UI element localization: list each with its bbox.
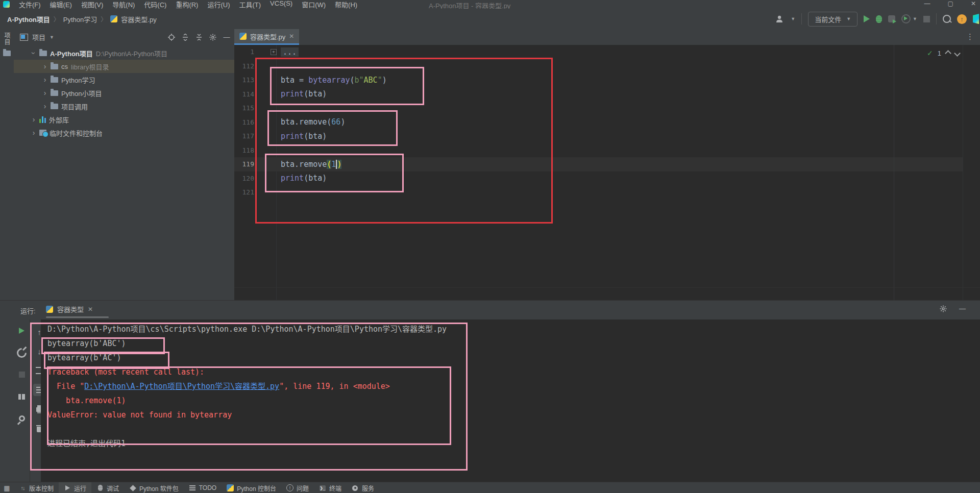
locate-file-icon[interactable] [168, 34, 175, 41]
tab-close-icon[interactable]: ✕ [289, 33, 294, 40]
code-line-117[interactable]: 117print(bta) [234, 129, 980, 143]
menu-item-1[interactable]: 编辑(E) [45, 0, 77, 9]
code-line-121[interactable]: 121 [234, 185, 980, 200]
next-problem-icon[interactable] [954, 50, 961, 57]
search-everywhere-icon[interactable] [943, 15, 951, 23]
code-line-113[interactable]: 113bta = bytearray(b"ABC") [234, 73, 980, 87]
editor-body[interactable]: 1+...112113bta = bytearray(b"ABC")114pri… [234, 45, 980, 300]
tree-chevron-icon[interactable]: › [42, 89, 47, 97]
inspection-count: 1 [938, 50, 941, 57]
code-line-118[interactable]: 118 [234, 143, 980, 158]
menu-item-2[interactable]: 视图(V) [77, 0, 108, 9]
status-item-terminal[interactable]: ❯_终端 [314, 482, 347, 493]
services-glyph [352, 485, 358, 491]
prev-problem-icon[interactable] [945, 50, 951, 57]
status-item-problems[interactable]: !问题 [281, 482, 314, 493]
edit-config-wrench-icon[interactable] [16, 347, 28, 359]
menu-item-5[interactable]: 重构(R) [171, 0, 203, 9]
menu-bar: 文件(F)编辑(E)视图(V)导航(N)代码(C)重构(R)运行(U)工具(T)… [0, 0, 980, 9]
status-item-run[interactable]: 运行 [59, 482, 91, 493]
hide-panel-icon[interactable]: — [223, 34, 230, 41]
console-segment: Traceback (most recent call last): [47, 367, 204, 377]
menu-item-0[interactable]: 文件(F) [14, 0, 45, 9]
run-config-selector[interactable]: 当前文件 ▼ [808, 12, 857, 27]
tab-options-icon[interactable]: ⋮ [966, 32, 974, 41]
close-icon[interactable]: ✕ [971, 0, 976, 7]
tree-row-0[interactable]: ›A-Python项目D:\Python\A-Python项目 [14, 46, 234, 60]
stop-button[interactable] [923, 16, 930, 22]
maximize-icon[interactable]: ▢ [948, 0, 953, 7]
editor-tab-active[interactable]: 容器类型.py ✕ [234, 29, 299, 45]
tool-windows-grid-icon[interactable]: ▦ [0, 484, 14, 492]
tree-chevron-icon[interactable]: › [31, 115, 36, 124]
ide-promo-icon[interactable] [973, 14, 979, 24]
stacktrace-link[interactable]: D:\Python\A-Python项目\Python学习\容器类型.py [84, 382, 279, 391]
run-tab-close-icon[interactable]: ✕ [88, 306, 93, 313]
tree-row-1[interactable]: ›cslibrary根目录 [14, 60, 234, 73]
tree-row-2[interactable]: ›Python学习 [14, 73, 234, 86]
tree-row-6[interactable]: ›临时文件和控制台 [14, 126, 234, 139]
breadcrumb-file[interactable]: 容器类型.py [121, 14, 156, 24]
restore-layout-icon[interactable] [16, 390, 28, 403]
run-tab[interactable]: 容器类型 ✕ [46, 304, 93, 314]
status-item-debug[interactable]: 调试 [91, 482, 124, 493]
tree-chevron-icon[interactable]: › [42, 76, 47, 84]
tree-chevron-icon[interactable]: › [30, 51, 38, 56]
tool-stripe-project[interactable]: 项目 [3, 32, 11, 45]
status-item-vcs[interactable]: ↑↓版本控制 [14, 482, 59, 493]
menu-item-6[interactable]: 运行(U) [203, 0, 234, 9]
code-line-112[interactable]: 112 [234, 59, 980, 73]
code-line-120[interactable]: 120print(bta) [234, 171, 980, 186]
breadcrumb-project[interactable]: A-Python项目 [7, 14, 50, 24]
todo-glyph [189, 485, 195, 490]
menu-item-7[interactable]: 工具(T) [234, 0, 265, 9]
gear-icon[interactable] [209, 34, 216, 41]
code-line-115[interactable]: 115 [234, 101, 980, 115]
problems-icon: ! [286, 484, 293, 491]
tree-chevron-icon[interactable]: › [42, 102, 47, 110]
console-line-5: bta.remove(1) [41, 393, 980, 408]
gear-icon[interactable] [940, 305, 947, 312]
minimize-icon[interactable]: — [924, 0, 930, 7]
update-icon[interactable]: ↑ [957, 14, 967, 24]
pin-tab-icon[interactable] [16, 412, 28, 425]
menu-item-10[interactable]: 帮助(H) [330, 0, 362, 9]
menu-item-4[interactable]: 代码(C) [139, 0, 171, 9]
user-dropdown-icon[interactable]: ▼ [791, 16, 795, 21]
profiler-button[interactable] [888, 15, 895, 22]
inspection-widget[interactable]: ✓ 1 [927, 49, 960, 57]
tree-item-label: 临时文件和控制台 [50, 128, 103, 138]
expand-all-icon[interactable] [182, 34, 189, 41]
code-line-119[interactable]: 119bta.remove(1) [234, 157, 963, 171]
status-item-services[interactable]: 服务 [347, 482, 379, 493]
run-button[interactable] [864, 15, 870, 22]
fold-icon[interactable]: + [271, 49, 277, 55]
menu-item-8[interactable]: VCS(S) [265, 0, 297, 9]
tree-row-3[interactable]: ›Python小项目 [14, 86, 234, 100]
breadcrumb-folder[interactable]: Python学习 [63, 14, 97, 24]
rerun-button[interactable] [16, 325, 28, 337]
code-line-116[interactable]: 116bta.remove(66) [234, 115, 980, 130]
code-line-1[interactable]: 1+... [234, 45, 980, 59]
tree-row-4[interactable]: ›项目调用 [14, 100, 234, 113]
tree-row-5[interactable]: ›外部库 [14, 113, 234, 126]
status-item-python[interactable]: Python 控制台 [222, 482, 281, 493]
console-output[interactable]: D:\Python\A-Python项目\cs\Scripts\python.e… [41, 319, 980, 482]
status-item-packages[interactable]: Python 软件包 [124, 482, 184, 493]
collapse-all-icon[interactable] [195, 34, 203, 41]
console-line-8: 进程已结束,退出代码1 [41, 436, 980, 451]
menu-item-9[interactable]: 窗口(W) [297, 0, 330, 9]
coverage-dropdown-icon[interactable]: ▼ [913, 16, 917, 21]
debug-button[interactable] [876, 15, 882, 23]
tree-chevron-icon[interactable]: › [42, 62, 47, 70]
code-line-114[interactable]: 114print(bta) [234, 87, 980, 102]
hide-panel-icon[interactable]: — [959, 305, 966, 312]
folder-icon[interactable] [3, 51, 11, 56]
line-number: 121 [234, 188, 254, 196]
status-item-todo[interactable]: TODO [184, 482, 222, 493]
user-icon[interactable] [775, 15, 785, 23]
run-coverage-button[interactable] [901, 14, 911, 23]
chevron-down-icon[interactable]: ▼ [50, 35, 54, 40]
tree-chevron-icon[interactable]: › [31, 129, 36, 137]
menu-item-3[interactable]: 导航(N) [108, 0, 139, 9]
